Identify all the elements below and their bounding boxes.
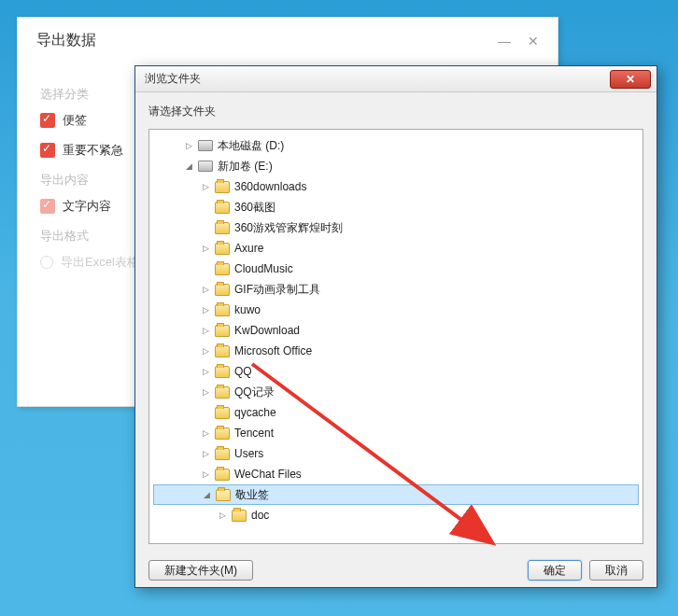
tree-node[interactable]: ▷GIF动画录制工具: [153, 279, 639, 300]
checkmark-icon: [40, 199, 55, 214]
close-icon[interactable]: ✕: [528, 34, 539, 49]
tree-node[interactable]: ▷Microsoft Office: [153, 341, 639, 361]
close-button[interactable]: ✕: [610, 70, 651, 89]
folder-icon: [215, 263, 230, 275]
folder-icon: [215, 243, 230, 255]
folder-icon: [215, 407, 230, 419]
tree-node-label: GIF动画录制工具: [234, 282, 320, 298]
tree-node-label: qycache: [234, 406, 276, 419]
tree-node-label: Users: [234, 447, 263, 460]
drive-icon: [198, 161, 213, 172]
tree-node-label: KwDownload: [234, 324, 300, 337]
expander-closed-icon[interactable]: ▷: [183, 140, 194, 151]
expander-closed-icon[interactable]: ▷: [200, 469, 211, 480]
tree-node[interactable]: ▷qycache: [153, 402, 639, 423]
tree-node[interactable]: ▷Tencent: [153, 423, 639, 443]
expander-open-icon[interactable]: ◢: [201, 489, 212, 500]
tree-node[interactable]: ▷CloudMusic: [153, 259, 639, 279]
checkmark-icon: [40, 113, 55, 128]
folder-tree[interactable]: ▷本地磁盘 (D:)◢新加卷 (E:)▷360downloads▷360截图▷3…: [148, 129, 643, 544]
new-folder-button[interactable]: 新建文件夹(M): [148, 560, 253, 581]
expander-closed-icon[interactable]: ▷: [200, 325, 211, 336]
tree-node-label: Axure: [234, 242, 263, 255]
tree-node-label: WeChat Files: [234, 468, 302, 481]
tree-node[interactable]: ▷Axure: [153, 238, 639, 259]
checkbox-label: 便签: [63, 112, 87, 129]
tree-node-label: Tencent: [234, 427, 274, 440]
expander-closed-icon[interactable]: ▷: [200, 366, 211, 377]
folder-icon: [215, 325, 230, 337]
tree-node[interactable]: ▷360截图: [153, 197, 639, 217]
checkmark-icon: [40, 143, 55, 158]
folder-icon: [215, 386, 230, 399]
dialog-title: 浏览文件夹: [145, 71, 610, 87]
tree-node[interactable]: ▷WeChat Files: [153, 464, 639, 484]
tree-node-label: 新加卷 (E:): [218, 159, 273, 175]
folder-icon: [215, 448, 230, 460]
tree-node-label: QQ记录: [234, 385, 275, 400]
expander-closed-icon[interactable]: ▷: [200, 181, 211, 192]
folder-icon: [215, 181, 230, 193]
expander-closed-icon[interactable]: ▷: [200, 304, 211, 315]
radio-icon: [40, 256, 53, 269]
tree-node[interactable]: ▷Users: [153, 443, 639, 464]
minimize-icon[interactable]: —: [498, 34, 511, 49]
expander-closed-icon[interactable]: ▷: [200, 386, 211, 398]
folder-icon: [215, 202, 230, 214]
tree-node[interactable]: ▷KwDownload: [153, 320, 639, 341]
close-icon: ✕: [626, 73, 635, 86]
window-controls: — ✕: [498, 34, 539, 49]
tree-node-label: QQ: [234, 365, 252, 378]
tree-node-label: kuwo: [234, 303, 261, 316]
tree-node-label: 360游戏管家辉煌时刻: [234, 220, 343, 236]
browse-folder-dialog: 浏览文件夹 ✕ 请选择文件夹 ▷本地磁盘 (D:)◢新加卷 (E:)▷360do…: [134, 65, 657, 588]
checkbox-label: 重要不紧急: [63, 142, 123, 159]
cancel-button[interactable]: 取消: [589, 560, 643, 581]
expander-closed-icon[interactable]: ▷: [200, 448, 211, 459]
checkbox-label: 文字内容: [63, 198, 111, 215]
export-title: 导出数据: [36, 31, 498, 50]
button-label: 取消: [605, 563, 628, 579]
tree-node[interactable]: ▷本地磁盘 (D:): [153, 135, 639, 156]
dialog-instruction: 请选择文件夹: [148, 104, 643, 119]
export-header: 导出数据 — ✕: [18, 18, 558, 63]
tree-node[interactable]: ▷doc: [153, 505, 639, 525]
expander-closed-icon[interactable]: ▷: [200, 345, 211, 357]
tree-node-label: 本地磁盘 (D:): [218, 138, 284, 154]
expander-closed-icon[interactable]: ▷: [200, 427, 211, 439]
tree-node[interactable]: ▷360downloads: [153, 176, 639, 197]
dialog-titlebar[interactable]: 浏览文件夹 ✕: [135, 66, 657, 92]
folder-icon: [215, 304, 230, 316]
tree-node[interactable]: ◢敬业签: [153, 484, 639, 505]
tree-node-label: 敬业签: [235, 487, 269, 503]
folder-open-icon: [216, 489, 231, 501]
folder-icon: [215, 469, 230, 481]
dialog-body: 请选择文件夹 ▷本地磁盘 (D:)◢新加卷 (E:)▷360downloads▷…: [135, 92, 657, 553]
tree-node-label: 360downloads: [234, 180, 306, 193]
tree-node[interactable]: ▷kuwo: [153, 300, 639, 320]
expander-closed-icon[interactable]: ▷: [200, 243, 211, 254]
folder-icon: [232, 510, 247, 522]
tree-node[interactable]: ▷QQ: [153, 361, 639, 382]
folder-icon: [215, 284, 230, 296]
ok-button[interactable]: 确定: [528, 560, 582, 581]
folder-icon: [215, 366, 230, 378]
tree-node[interactable]: ▷360游戏管家辉煌时刻: [153, 217, 639, 238]
tree-node[interactable]: ◢新加卷 (E:): [153, 156, 639, 176]
button-label: 新建文件夹(M): [164, 563, 237, 579]
dialog-footer: 新建文件夹(M) 确定 取消: [135, 553, 657, 587]
tree-node-label: Microsoft Office: [234, 344, 312, 357]
folder-icon: [215, 222, 230, 234]
expander-closed-icon[interactable]: ▷: [200, 284, 211, 295]
tree-node-label: doc: [251, 509, 269, 522]
folder-icon: [215, 345, 230, 357]
tree-node-label: 360截图: [234, 200, 275, 216]
radio-label: 导出Excel表格: [61, 254, 139, 271]
expander-closed-icon[interactable]: ▷: [217, 510, 228, 521]
tree-node-label: CloudMusic: [234, 262, 293, 275]
drive-icon: [198, 140, 213, 151]
tree-node[interactable]: ▷QQ记录: [153, 382, 639, 402]
button-label: 确定: [544, 563, 566, 579]
folder-icon: [215, 427, 230, 440]
expander-open-icon[interactable]: ◢: [183, 161, 194, 172]
